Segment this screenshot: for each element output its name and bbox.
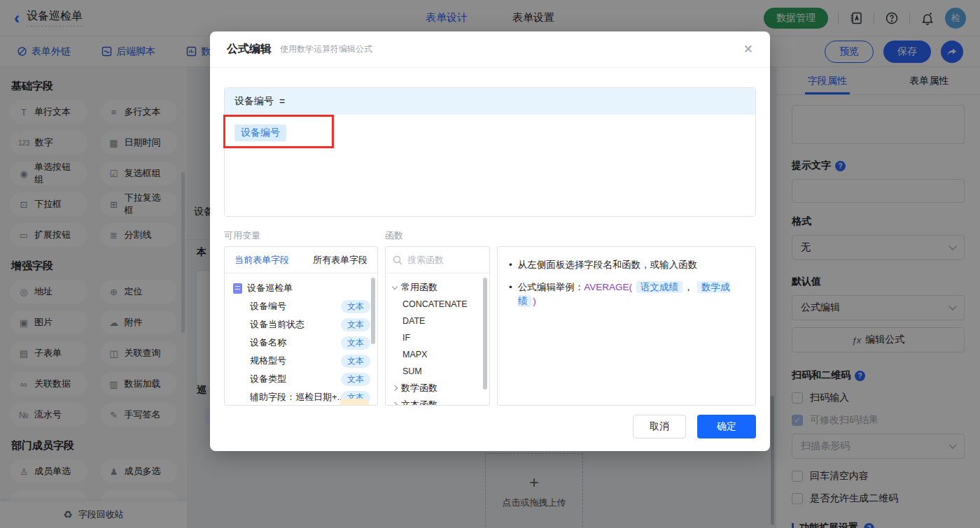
equals-sign: = <box>279 96 285 107</box>
chevron-right-icon <box>392 385 398 391</box>
type-badge: 文本 <box>341 318 370 331</box>
example-function-name: AVERAGE( <box>584 282 632 292</box>
function-item[interactable]: MAPX <box>393 346 484 363</box>
modal-title: 公式编辑 <box>227 42 272 57</box>
form-designer-page: ‹ 设备巡检单 表单设计 表单设置 数据管理 <box>0 0 980 528</box>
type-badge: 文本 <box>341 355 370 368</box>
example-field-token: 语文成绩 <box>636 281 682 293</box>
variable-row[interactable]: 设备类型文本 <box>233 370 370 388</box>
formula-editor: 设备编号 = 设备编号 <box>224 87 756 217</box>
type-badge: 文本 <box>341 336 370 350</box>
variable-row[interactable]: 设备名称文本 <box>233 334 370 352</box>
partial-type-badge <box>340 399 369 406</box>
function-item[interactable]: IF <box>393 329 484 346</box>
functions-panel: 常用函数 CONCATENATE DATE IF MAPX SUM 数学函数 文… <box>385 246 490 406</box>
function-item[interactable]: DATE <box>393 313 484 329</box>
modal-header: 公式编辑 使用数学运算符编辑公式 ✕ <box>210 31 770 68</box>
tip-example-line: • 公式编辑举例：AVERAGE( 语文成绩， 数学成绩) <box>509 280 744 308</box>
tab-current-form-fields[interactable]: 当前表单字段 <box>234 254 289 266</box>
formula-edit-modal: 公式编辑 使用数学运算符编辑公式 ✕ 设备编号 = 设备编号 可用变量 函数 <box>210 31 770 451</box>
variables-tabs: 当前表单字段 所有表单字段 <box>225 247 377 273</box>
modal-subtitle: 使用数学运算符编辑公式 <box>280 43 372 55</box>
type-badge: 文本 <box>341 373 370 386</box>
functions-label: 函数 <box>385 229 403 242</box>
tips-panel: •从左侧面板选择字段名和函数，或输入函数 • 公式编辑举例：AVERAGE( 语… <box>497 246 756 406</box>
function-search[interactable] <box>386 247 489 273</box>
function-item[interactable]: CONCATENATE <box>393 296 484 313</box>
chevron-right-icon <box>392 402 398 406</box>
function-group-math[interactable]: 数学函数 <box>393 380 484 397</box>
cancel-button[interactable]: 取消 <box>633 415 686 438</box>
functions-tree: 常用函数 CONCATENATE DATE IF MAPX SUM 数学函数 文… <box>386 273 489 406</box>
variables-tree: 设备巡检单 设备编号文本 设备当前状态文本 设备名称文本 规格型号文本 设备类型… <box>225 273 377 406</box>
close-icon[interactable]: ✕ <box>743 42 753 57</box>
modal-panels: 当前表单字段 所有表单字段 设备巡检单 设备编号文本 设备当前状态文本 设备名称… <box>224 246 756 406</box>
functions-scrollbar[interactable] <box>483 278 487 390</box>
available-variables-label: 可用变量 <box>224 229 385 242</box>
search-icon <box>393 255 402 265</box>
chevron-down-icon <box>392 283 398 289</box>
variables-scrollbar[interactable] <box>371 278 375 344</box>
formula-target-field: 设备编号 <box>234 95 274 108</box>
variable-row[interactable]: 设备当前状态文本 <box>233 315 370 334</box>
type-badge: 文本 <box>341 300 370 313</box>
tip-line: •从左侧面板选择字段名和函数，或输入函数 <box>509 258 744 272</box>
confirm-button[interactable]: 确定 <box>697 415 756 438</box>
variable-row[interactable]: 设备编号文本 <box>233 297 370 315</box>
modal-footer: 取消 确定 <box>633 415 756 438</box>
modal-body: 设备编号 = 设备编号 可用变量 函数 当前表单字段 所有表单字段 <box>210 87 770 406</box>
function-group-common[interactable]: 常用函数 <box>393 279 484 296</box>
function-item[interactable]: SUM <box>393 363 484 380</box>
variables-panel: 当前表单字段 所有表单字段 设备巡检单 设备编号文本 设备当前状态文本 设备名称… <box>224 246 378 406</box>
function-group-text[interactable]: 文本函数 <box>393 397 484 406</box>
formula-input-area[interactable]: 设备编号 <box>225 115 755 217</box>
field-token[interactable]: 设备编号 <box>234 124 286 141</box>
panel-labels: 可用变量 函数 <box>224 229 756 242</box>
search-input[interactable] <box>407 255 472 265</box>
variable-row[interactable]: 规格型号文本 <box>233 352 370 370</box>
tree-root-row[interactable]: 设备巡检单 <box>233 279 370 297</box>
form-doc-icon <box>233 283 242 294</box>
tab-all-form-fields[interactable]: 所有表单字段 <box>313 254 368 266</box>
formula-target-bar: 设备编号 = <box>225 88 755 115</box>
